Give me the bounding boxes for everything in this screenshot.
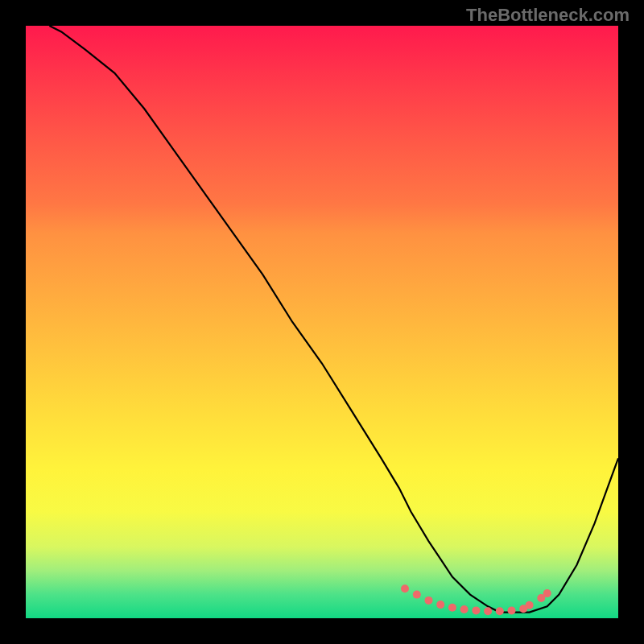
dot-marker [401, 584, 409, 592]
chart-plot-area [26, 26, 618, 618]
dot-marker [436, 601, 444, 609]
dot-markers [401, 584, 551, 615]
watermark-text: TheBottleneck.com [466, 5, 630, 26]
dot-marker [526, 601, 534, 609]
dot-marker [413, 591, 421, 599]
dot-marker [484, 607, 492, 615]
dot-marker [425, 597, 433, 605]
dot-marker [537, 594, 545, 602]
chart-svg [26, 26, 618, 618]
main-curve-line [49, 26, 618, 613]
dot-marker [508, 606, 516, 614]
dot-marker [519, 605, 527, 613]
dot-marker [460, 605, 469, 613]
dot-marker [496, 607, 504, 615]
dot-marker [448, 604, 456, 612]
dot-marker [543, 589, 551, 597]
dot-marker [472, 606, 480, 614]
